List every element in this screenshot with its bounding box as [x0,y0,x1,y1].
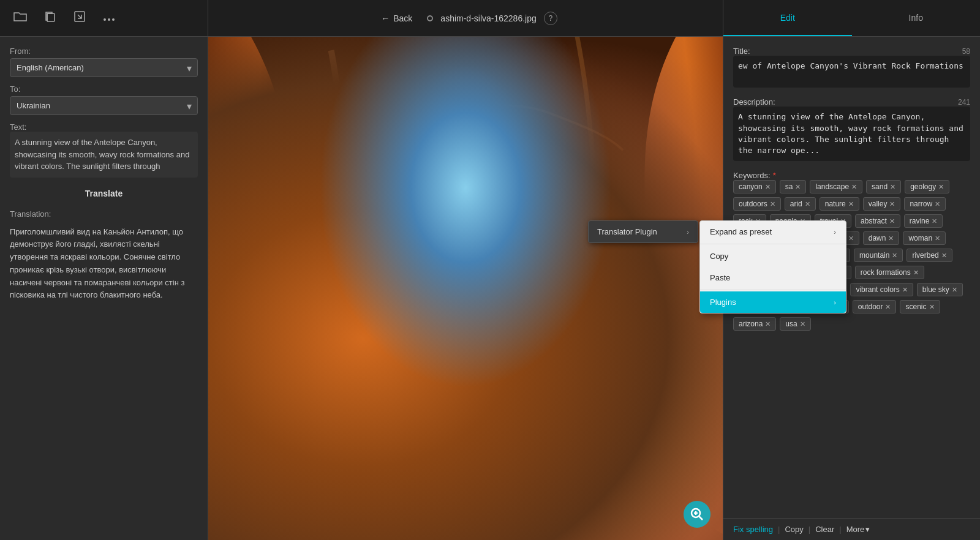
tag-remove-icon[interactable]: ✕ [890,183,895,191]
svg-point-6 [374,66,558,311]
tab-info[interactable]: Info [852,0,981,36]
tag-remove-icon[interactable]: ✕ [935,234,940,242]
keyword-tag[interactable]: outdoor✕ [853,300,897,313]
title-input[interactable]: ew of Antelope Canyon's Vibrant Rock For… [733,56,970,88]
tag-remove-icon[interactable]: ✕ [888,234,894,242]
desc-input[interactable]: A stunning view of the Antelope Canyon, … [733,107,970,161]
from-field: From: English (American) [10,47,198,77]
copy-icon-btn[interactable] [40,7,60,29]
more-icon-btn[interactable] [99,8,119,28]
tag-label: outdoor [858,302,883,311]
tag-remove-icon[interactable]: ✕ [770,200,775,208]
keyword-tag[interactable]: abstract✕ [855,214,900,228]
paste-item[interactable]: Paste [700,267,846,288]
translation-content: Приголомшливий вид на Каньйон Антилоп, щ… [10,226,198,531]
tag-remove-icon[interactable]: ✕ [889,217,895,225]
tag-label: vibrant colors [856,285,899,294]
copy-item[interactable]: Copy [700,246,846,267]
tab-edit[interactable]: Edit [723,0,852,36]
tag-label: scenic [905,302,926,311]
keyword-tag[interactable]: usa✕ [780,317,810,331]
top-bar: ← Back ashim-d-silva-162286.jpg ? Edit I… [0,0,980,37]
desc-field-header: Description: 241 [733,97,970,107]
keyword-tag[interactable]: arizona✕ [733,317,776,331]
tag-remove-icon[interactable]: ✕ [851,183,857,191]
keyword-tag[interactable]: nature✕ [820,197,859,211]
keyword-tag[interactable]: sa✕ [780,180,807,193]
tag-remove-icon[interactable]: ✕ [932,217,937,225]
tag-remove-icon[interactable]: ✕ [795,183,801,191]
tag-remove-icon[interactable]: ✕ [913,269,919,277]
tag-label: valley [869,200,888,208]
plugins-item[interactable]: Plugins › [700,291,846,313]
keyword-tag[interactable]: dawn✕ [863,231,900,245]
tag-remove-icon[interactable]: ✕ [848,234,854,242]
more-button[interactable]: More ▾ [846,525,870,534]
to-select-wrap: Ukrainian [10,96,198,115]
tag-label: narrow [910,200,932,208]
zoom-icon [690,507,704,522]
title-label: Title: [733,47,750,56]
file-status-dot [427,15,433,21]
keyword-tag[interactable]: mountain✕ [854,249,903,262]
tag-label: riverbed [912,251,938,260]
keyword-tag[interactable]: ravine✕ [904,214,943,228]
plugins-label: Plugins [710,298,736,307]
tag-remove-icon[interactable]: ✕ [902,286,908,294]
tag-remove-icon[interactable]: ✕ [765,183,771,191]
tag-remove-icon[interactable]: ✕ [892,252,897,260]
help-button[interactable]: ? [544,12,557,25]
svg-line-8 [699,517,703,520]
tag-remove-icon[interactable]: ✕ [935,200,940,208]
keyword-tag[interactable]: vibrant colors✕ [850,283,913,296]
keyword-tag[interactable]: riverbed✕ [907,249,952,262]
paste-label: Paste [710,273,730,282]
tag-remove-icon[interactable]: ✕ [929,303,935,311]
from-label: From: [10,47,198,56]
more-chevron-icon: ▾ [865,525,870,534]
export-icon-btn[interactable] [70,7,89,29]
keyword-tag[interactable]: rock formations✕ [855,266,924,279]
tag-label: usa [785,320,797,328]
tag-remove-icon[interactable]: ✕ [889,200,895,208]
keyword-tag[interactable]: canyon✕ [733,180,776,193]
tag-remove-icon[interactable]: ✕ [765,320,771,328]
divider-2: | [809,525,810,534]
from-select[interactable]: English (American) [10,58,198,77]
translator-plugin-menu: Translator Plugin › [588,220,698,243]
folder-icon-btn[interactable] [10,7,31,29]
translate-button[interactable]: Translate [10,185,198,202]
keyword-tag[interactable]: blue sky✕ [917,283,963,296]
title-field-header: Title: 58 [733,47,970,56]
keyword-tag[interactable]: geology✕ [905,180,949,193]
tag-label: rock formations [861,268,911,277]
translator-plugin-item[interactable]: Translator Plugin › [589,221,698,242]
keyword-tag[interactable]: arid✕ [785,197,816,211]
top-bar-tabs: Edit Info [723,0,980,36]
tag-remove-icon[interactable]: ✕ [800,320,805,328]
keyword-tag[interactable]: sand✕ [866,180,901,193]
svg-rect-0 [47,13,55,21]
keyword-tag[interactable]: narrow✕ [904,197,946,211]
description-field: Description: 241 A stunning view of the … [733,97,970,163]
tag-remove-icon[interactable]: ✕ [885,303,891,311]
tag-remove-icon[interactable]: ✕ [938,183,944,191]
to-select[interactable]: Ukrainian [10,96,198,115]
keyword-tag[interactable]: landscape✕ [810,180,862,193]
to-field: To: Ukrainian [10,84,198,115]
tag-remove-icon[interactable]: ✕ [805,200,810,208]
keyword-tag[interactable]: valley✕ [863,197,901,211]
copy-button[interactable]: Copy [785,525,803,534]
back-button[interactable]: ← Back [374,10,420,27]
keyword-tag[interactable]: outdoors✕ [733,197,781,211]
expand-preset-item[interactable]: Expand as preset › [700,221,846,242]
tag-remove-icon[interactable]: ✕ [848,200,854,208]
zoom-button[interactable] [684,501,710,528]
tag-remove-icon[interactable]: ✕ [941,252,947,260]
keyword-tag[interactable]: scenic✕ [900,300,940,313]
keyword-tag[interactable]: woman✕ [903,231,946,245]
fix-spelling-button[interactable]: Fix spelling [733,525,773,534]
tag-remove-icon[interactable]: ✕ [952,286,957,294]
desc-count: 241 [958,98,970,107]
clear-button[interactable]: Clear [815,525,834,534]
